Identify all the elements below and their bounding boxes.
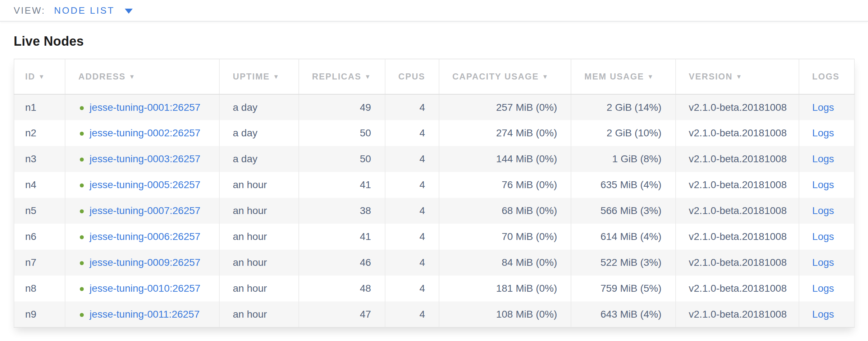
column-header-cpus: CPUS (385, 59, 439, 94)
node-live-status-icon (80, 183, 84, 187)
column-header-version[interactable]: VERSION▼ (676, 59, 799, 94)
node-live-status-icon (80, 106, 84, 110)
view-label: VIEW: (14, 5, 45, 16)
node-uptime-cell: an hour (219, 301, 298, 327)
node-capacity-usage-cell: 257 MiB (0%) (439, 94, 571, 120)
node-capacity-usage-cell: 68 MiB (0%) (439, 198, 571, 224)
node-logs-link[interactable]: Logs (812, 179, 834, 190)
node-mem-usage-cell: 2 GiB (14%) (571, 94, 675, 120)
view-bar: VIEW: NODE LIST (0, 0, 868, 22)
node-address-link[interactable]: jesse-tuning-0001:26257 (90, 102, 200, 113)
node-uptime-cell: an hour (219, 250, 298, 276)
node-logs-cell: Logs (799, 301, 854, 327)
node-logs-link[interactable]: Logs (812, 205, 834, 216)
node-address-link[interactable]: jesse-tuning-0006:26257 (90, 231, 200, 242)
column-header-uptime[interactable]: UPTIME▼ (219, 59, 298, 94)
node-logs-link[interactable]: Logs (812, 102, 834, 113)
sort-descending-icon: ▼ (273, 73, 280, 80)
sort-descending-icon: ▼ (38, 73, 45, 80)
column-header-id[interactable]: ID▼ (14, 59, 65, 94)
column-header-label: REPLICAS (312, 72, 361, 81)
column-header-address[interactable]: ADDRESS▼ (65, 59, 219, 94)
node-replicas-cell: 38 (299, 198, 385, 224)
node-replicas-cell: 50 (299, 120, 385, 146)
node-address-link[interactable]: jesse-tuning-0009:26257 (90, 257, 200, 268)
node-address-link[interactable]: jesse-tuning-0002:26257 (90, 127, 200, 138)
node-version-cell: v2.1.0-beta.20181008 (676, 276, 799, 301)
node-id-cell: n8 (14, 276, 65, 301)
column-header-replicas[interactable]: REPLICAS▼ (299, 59, 385, 94)
node-mem-usage-cell: 1 GiB (8%) (571, 146, 675, 172)
sort-descending-icon: ▼ (736, 73, 743, 80)
node-logs-link[interactable]: Logs (812, 231, 834, 242)
node-mem-usage-cell: 566 MiB (3%) (571, 198, 675, 224)
node-mem-usage-cell: 635 MiB (4%) (571, 172, 675, 198)
table-row: n8 jesse-tuning-0010:26257 an hour 48 4 … (14, 276, 854, 301)
node-replicas-cell: 41 (299, 224, 385, 250)
node-live-status-icon (80, 158, 84, 162)
node-replicas-cell: 41 (299, 172, 385, 198)
node-logs-link[interactable]: Logs (812, 283, 834, 294)
node-logs-cell: Logs (799, 198, 854, 224)
node-cpus-cell: 4 (385, 301, 439, 327)
node-address-cell: jesse-tuning-0011:26257 (65, 301, 219, 327)
node-address-cell: jesse-tuning-0006:26257 (65, 224, 219, 250)
node-uptime-cell: a day (219, 146, 298, 172)
table-row: n9 jesse-tuning-0011:26257 an hour 47 4 … (14, 301, 854, 327)
node-cpus-cell: 4 (385, 250, 439, 276)
node-live-status-icon (80, 313, 84, 317)
node-logs-link[interactable]: Logs (812, 257, 834, 268)
node-address-cell: jesse-tuning-0005:26257 (65, 172, 219, 198)
node-mem-usage-cell: 522 MiB (3%) (571, 250, 675, 276)
node-address-cell: jesse-tuning-0009:26257 (65, 250, 219, 276)
sort-descending-icon: ▼ (542, 73, 549, 80)
node-version-cell: v2.1.0-beta.20181008 (676, 120, 799, 146)
node-mem-usage-cell: 2 GiB (10%) (571, 120, 675, 146)
node-id-cell: n1 (14, 94, 65, 120)
node-logs-link[interactable]: Logs (812, 153, 834, 164)
node-address-link[interactable]: jesse-tuning-0005:26257 (90, 179, 200, 190)
node-capacity-usage-cell: 144 MiB (0%) (439, 146, 571, 172)
sort-descending-icon: ▼ (129, 73, 136, 80)
node-id-cell: n4 (14, 172, 65, 198)
node-address-link[interactable]: jesse-tuning-0011:26257 (90, 309, 200, 320)
column-header-capacity-usage[interactable]: CAPACITY USAGE▼ (439, 59, 571, 94)
node-cpus-cell: 4 (385, 276, 439, 301)
column-header-label: CAPACITY USAGE (452, 72, 539, 81)
node-address-cell: jesse-tuning-0001:26257 (65, 94, 219, 120)
sort-descending-icon: ▼ (365, 73, 371, 80)
node-id-cell: n3 (14, 146, 65, 172)
node-id-cell: n2 (14, 120, 65, 146)
node-replicas-cell: 47 (299, 301, 385, 327)
node-version-cell: v2.1.0-beta.20181008 (676, 224, 799, 250)
node-cpus-cell: 4 (385, 198, 439, 224)
node-cpus-cell: 4 (385, 224, 439, 250)
table-row: n3 jesse-tuning-0003:26257 a day 50 4 14… (14, 146, 854, 172)
node-mem-usage-cell: 643 MiB (4%) (571, 301, 675, 327)
node-replicas-cell: 49 (299, 94, 385, 120)
node-logs-cell: Logs (799, 120, 854, 146)
node-capacity-usage-cell: 84 MiB (0%) (439, 250, 571, 276)
node-logs-cell: Logs (799, 172, 854, 198)
node-replicas-cell: 46 (299, 250, 385, 276)
node-logs-link[interactable]: Logs (812, 127, 834, 138)
column-header-mem-usage[interactable]: MEM USAGE▼ (571, 59, 675, 94)
live-nodes-table: ID▼ ADDRESS▼ UPTIME▼ REPLICAS▼ CPUS CAPA… (14, 59, 855, 328)
node-version-cell: v2.1.0-beta.20181008 (676, 301, 799, 327)
node-address-link[interactable]: jesse-tuning-0007:26257 (90, 205, 200, 216)
node-address-link[interactable]: jesse-tuning-0003:26257 (90, 153, 200, 164)
node-live-status-icon (80, 287, 84, 291)
column-header-label: MEM USAGE (584, 72, 644, 81)
node-address-cell: jesse-tuning-0010:26257 (65, 276, 219, 301)
node-replicas-cell: 48 (299, 276, 385, 301)
node-live-status-icon (80, 261, 84, 265)
view-dropdown[interactable]: NODE LIST (54, 5, 133, 16)
column-header-label: VERSION (689, 72, 733, 81)
node-live-status-icon (80, 235, 84, 239)
node-uptime-cell: an hour (219, 198, 298, 224)
node-address-link[interactable]: jesse-tuning-0010:26257 (90, 283, 200, 294)
node-capacity-usage-cell: 274 MiB (0%) (439, 120, 571, 146)
node-logs-cell: Logs (799, 146, 854, 172)
node-capacity-usage-cell: 70 MiB (0%) (439, 224, 571, 250)
node-logs-link[interactable]: Logs (812, 309, 834, 320)
